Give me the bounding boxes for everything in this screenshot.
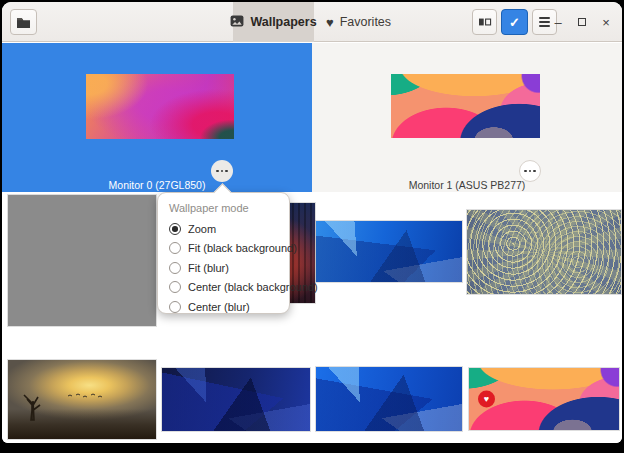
thumbnail-bright-blue-geometric[interactable] [316,367,462,431]
monitor-1-label: Monitor 1 (ASUS PB277) [312,179,622,191]
birds-silhouette [66,386,106,394]
minimize-button[interactable]: – [546,10,570,34]
heart-icon: ♥ [484,395,489,404]
monitor-1-wallpaper-preview [391,74,540,138]
thumbnail-gray-placeholder[interactable] [8,195,156,326]
headerbar: Wallpapers ♥ Favorites ✓ [2,2,622,42]
maximize-icon [578,18,586,26]
screen-background: Wallpapers ♥ Favorites ✓ [0,0,624,453]
open-folder-button[interactable] [10,9,37,35]
tree-silhouette [18,387,48,425]
monitors-section: Monitor 0 (27GL850) Monitor 1 (ASUS PB27… [2,43,622,192]
favorite-badge: ♥ [478,391,495,408]
thumbnail-dark-navy-geometric[interactable] [162,368,310,431]
tab-favorites[interactable]: ♥ Favorites [314,2,403,42]
monitor-0-wallpaper-preview [86,74,234,139]
monitor-0-label: Monitor 0 (27GL850) [2,179,312,191]
more-options-icon [216,170,219,173]
thumbnail-blue-geometric[interactable] [316,221,462,282]
more-options-icon [524,170,527,173]
thumbnail-colorful-abstract[interactable]: ♥ [469,368,619,430]
wallpaper-mode-popover: Wallpaper mode Zoom Fit (black backgroun… [157,192,290,314]
maximize-button[interactable] [570,10,594,34]
thumbnail-aerial-forest[interactable] [467,210,621,294]
radio-option-center-blur[interactable]: Center (blur) [169,297,278,317]
radio-option-fit-black[interactable]: Fit (black background) [169,239,278,259]
radio-icon [169,301,181,313]
heart-icon: ♥ [326,16,334,29]
close-icon: × [602,15,610,30]
radio-icon [169,281,181,293]
minimize-icon: – [554,15,561,30]
radio-icon [169,262,181,274]
span-displays-button[interactable] [472,9,497,35]
span-displays-icon [478,16,492,28]
radio-option-center-black[interactable]: Center (black background) [169,278,278,298]
checkmark-icon: ✓ [509,15,520,30]
radio-selected-icon [169,223,181,235]
monitor-0-card[interactable]: Monitor 0 (27GL850) [2,43,312,192]
folder-icon [16,16,31,29]
wallpaper-grid: ♥ [2,192,622,443]
tab-wallpapers-label: Wallpapers [250,15,316,29]
popover-title: Wallpaper mode [169,202,278,214]
app-window: Wallpapers ♥ Favorites ✓ [2,2,622,443]
radio-option-fit-blur[interactable]: Fit (blur) [169,258,278,278]
thumbnail-sunset-tree[interactable] [8,360,156,439]
tab-wallpapers[interactable]: Wallpapers [233,2,314,42]
monitor-1-card[interactable]: Monitor 1 (ASUS PB277) [312,43,622,192]
radio-option-zoom[interactable]: Zoom [169,219,278,239]
apply-wallpapers-button[interactable]: ✓ [501,9,528,35]
close-button[interactable]: × [594,10,618,34]
radio-icon [169,242,181,254]
tab-favorites-label: Favorites [340,15,391,29]
image-icon [230,15,244,30]
